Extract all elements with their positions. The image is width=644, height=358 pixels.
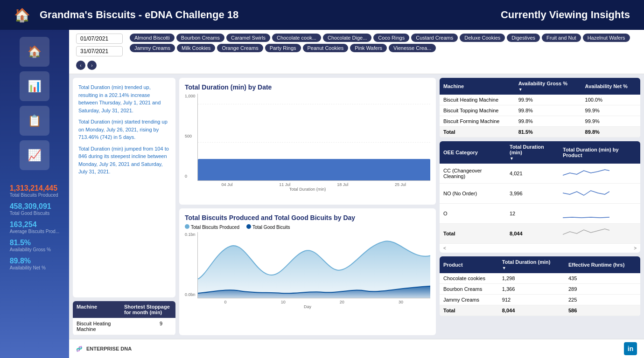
area-x-20: 20 xyxy=(340,300,344,304)
machine-net-1: 100.0% xyxy=(581,95,640,105)
filter-tag[interactable]: Pink Wafers xyxy=(350,44,387,52)
date-end-input[interactable] xyxy=(76,46,123,56)
insights-card: Total Duration (min) trended up, resulti… xyxy=(73,78,175,297)
filter-tag[interactable]: Deluxe Cookies xyxy=(460,34,505,42)
oee-scroll-nav[interactable]: < > xyxy=(440,244,640,253)
header-subtitle: Currently Viewing Insights xyxy=(501,9,630,21)
prod-col-runtime: Effective Runtime (hrs) xyxy=(565,256,640,273)
table-row: Biscuit Forming Machine 99.8% 99.9% xyxy=(440,116,640,127)
area-chart-card: Total Biscuits Produced and Total Good B… xyxy=(179,208,436,335)
legend-produced: Total Biscuits Produced xyxy=(185,224,239,230)
oee-col-product: Total Duration (min) by Product xyxy=(559,141,640,164)
table-row: Jammy Creams 912 225 xyxy=(440,295,640,305)
content-area: ‹ › Almond BiscottiBourbon CreamsCaramel… xyxy=(69,30,644,358)
y-tick-500: 500 xyxy=(185,134,196,138)
prod-runtime-2: 289 xyxy=(565,284,640,295)
filter-tag[interactable]: Vienesse Crea... xyxy=(389,44,436,52)
filter-tag[interactable]: Almond Biscotti xyxy=(130,34,175,42)
filter-tag[interactable]: Bourbon Creams xyxy=(176,34,224,42)
linkedin-icon[interactable]: in xyxy=(624,342,637,355)
sparkline-total xyxy=(563,226,609,240)
filter-tag[interactable]: Peanut Cookies xyxy=(303,44,349,52)
filter-tag[interactable]: Chocolate Dige... xyxy=(323,34,371,42)
area-chart-legend: Total Biscuits Produced Total Good Bicui… xyxy=(185,224,430,230)
sidebar-icon-chart[interactable]: 📈 xyxy=(20,140,49,170)
stat-avail-gross-value: 81.5% xyxy=(10,239,60,247)
sparkline-2 xyxy=(563,186,609,200)
table-row: CC (Changeover Cleaning) 4,021 xyxy=(440,164,640,184)
stat-avail-net-value: 89.8% xyxy=(10,257,60,265)
filter-tag[interactable]: Hazelnut Wafers xyxy=(583,34,630,42)
stoppage-value: 9 xyxy=(124,321,172,332)
date-filters: ‹ › xyxy=(76,34,123,70)
home-icon[interactable]: 🏠 xyxy=(14,7,30,23)
machine-gross-1: 99.9% xyxy=(515,95,581,105)
prod-runtime-1: 435 xyxy=(565,273,640,284)
filter-tag[interactable]: Jammy Creams xyxy=(130,44,175,52)
stat-avg-value: 163,254 xyxy=(10,220,60,229)
table-row: Chocolate cookies 1,298 435 xyxy=(440,273,640,284)
table-row: Biscuit Topping Machine 99.8% 99.9% xyxy=(440,105,640,116)
filter-tag[interactable]: Party Rings xyxy=(265,44,301,52)
oee-table: OEE Category Total Duration (min)▼ Total… xyxy=(440,141,640,244)
prod-name-2: Bourbon Creams xyxy=(440,284,498,295)
right-column: Machine Availability Gross %▼ Availabili… xyxy=(440,78,640,335)
prod-total-dur: 8,044 xyxy=(498,305,565,316)
product-table: Product Total Duration (min)▼ Effective … xyxy=(440,256,640,316)
product-card: Product Total Duration (min)▼ Effective … xyxy=(440,256,640,316)
area-chart-svg xyxy=(197,232,430,298)
oee-cat-2: NO (No Order) xyxy=(440,184,506,204)
logo-area: 🧬 ENTERPRISE DNA xyxy=(76,346,132,352)
oee-category-card: OEE Category Total Duration (min)▼ Total… xyxy=(440,141,640,253)
stoppage-col2: Shortest Stoppage for month (min) xyxy=(124,304,172,315)
stat-good-biscuits-label: Total Good Biscuits xyxy=(10,211,60,216)
area-x-10: 10 xyxy=(281,300,286,304)
filter-bar: ‹ › Almond BiscottiBourbon CreamsCaramel… xyxy=(69,30,644,74)
machine-total-row: Total 81.5% 89.8% xyxy=(440,127,640,138)
oee-sparkline-2 xyxy=(559,184,640,204)
machine-name-2: Biscuit Topping Machine xyxy=(440,105,515,116)
filter-tags: Almond BiscottiBourbon CreamsCaramel Swi… xyxy=(130,34,637,52)
filter-tag[interactable]: Caramel Swirls xyxy=(226,34,270,42)
sparkline-1 xyxy=(563,166,609,180)
filter-tag[interactable]: Custard Creams xyxy=(411,34,458,42)
prod-dur-3: 912 xyxy=(498,295,565,305)
legend-good: Total Good Bicuits xyxy=(246,224,290,230)
filter-tag[interactable]: Orange Creams xyxy=(217,44,263,52)
filter-tag[interactable]: Digestives xyxy=(507,34,540,42)
insight-text-2: Total Duration (min) started trending up… xyxy=(78,118,170,141)
bar-chart-title: Total Duration (min) by Date xyxy=(185,83,430,91)
machine-availability-table: Machine Availability Gross %▼ Availabili… xyxy=(440,78,640,138)
oee-total-dur: 8,044 xyxy=(506,224,559,244)
filter-tag[interactable]: Fruit and Nut xyxy=(542,34,581,42)
nav-prev[interactable]: ‹ xyxy=(76,61,85,70)
oee-sparkline-1 xyxy=(559,164,640,184)
header-left: 🏠 Grandma's Biscuits - eDNA Challenge 18 xyxy=(14,7,238,23)
prod-total-runtime: 586 xyxy=(565,305,640,316)
oee-sparkline-3 xyxy=(559,204,640,224)
prod-total-label: Total xyxy=(440,305,498,316)
oee-scroll-right[interactable]: > xyxy=(634,246,637,251)
header: 🏠 Grandma's Biscuits - eDNA Challenge 18… xyxy=(0,0,644,30)
oee-dur-1: 4,021 xyxy=(506,164,559,184)
oee-scroll-left[interactable]: < xyxy=(443,246,446,251)
sidebar-icon-home[interactable]: 🏠 xyxy=(20,37,49,67)
total-label: Total xyxy=(440,127,515,138)
table-row: O 12 xyxy=(440,204,640,224)
filter-tag[interactable]: Chocolate cook... xyxy=(272,34,321,42)
area-x-0: 0 xyxy=(224,300,227,304)
oee-col-category: OEE Category xyxy=(440,141,506,164)
filter-tag[interactable]: Milk Cookies xyxy=(177,44,215,52)
filter-tag[interactable]: Coco Rings xyxy=(373,34,409,42)
stat-total-biscuits-label: Total Biscuits Produced xyxy=(10,193,60,198)
insight-text-3: Total Duration (min) jumped from 104 to … xyxy=(78,145,170,176)
sidebar-icon-report[interactable]: 📋 xyxy=(20,106,49,136)
insight-text-1: Total Duration (min) trended up, resulti… xyxy=(78,83,170,114)
avail-col-gross: Availability Gross %▼ xyxy=(515,78,581,95)
nav-next[interactable]: › xyxy=(87,61,97,70)
header-title: Grandma's Biscuits - eDNA Challenge 18 xyxy=(40,9,238,21)
oee-col-duration: Total Duration (min)▼ xyxy=(506,141,559,164)
sidebar-icon-dashboard[interactable]: 📊 xyxy=(20,71,49,101)
oee-cat-1: CC (Changeover Cleaning) xyxy=(440,164,506,184)
date-start-input[interactable] xyxy=(76,34,123,44)
